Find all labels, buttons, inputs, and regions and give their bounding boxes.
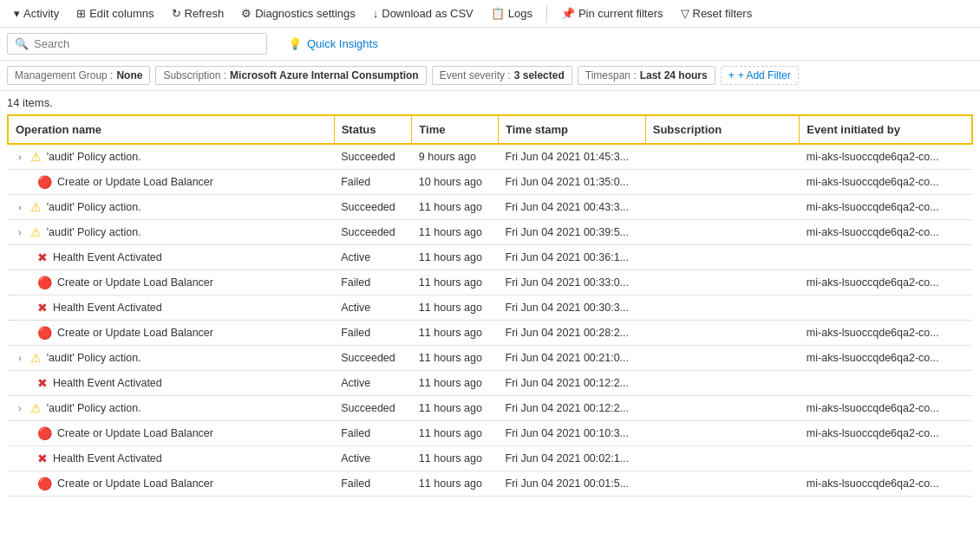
activity-icon: ▾ xyxy=(14,7,20,20)
status-value: Succeeded xyxy=(341,402,395,414)
quick-insights-button[interactable]: 💡 Quick Insights xyxy=(281,34,385,54)
operation-name-cell: ✖ Health Event Activated xyxy=(8,245,334,270)
initiated-by-value: mi-aks-lsuoccqde6qa2-co... xyxy=(807,176,939,188)
time-value: 11 hours ago xyxy=(419,352,482,364)
logs-button[interactable]: 📋 Logs xyxy=(484,3,539,23)
edit-columns-button[interactable]: ⊞ Edit columns xyxy=(69,3,160,23)
timestamp-cell: Fri Jun 04 2021 00:33:0... xyxy=(499,270,646,295)
pin-icon: 📌 xyxy=(561,7,575,20)
search-input[interactable] xyxy=(34,37,259,50)
table-row: 🔴 Create or Update Load Balancer Failed … xyxy=(8,421,972,446)
expand-button[interactable]: › xyxy=(15,353,25,363)
error-x-icon: ✖ xyxy=(37,376,48,390)
subscription-cell xyxy=(645,371,800,396)
management-group-filter[interactable]: Management Group : None xyxy=(7,66,150,85)
col-time[interactable]: Time xyxy=(412,115,499,144)
operation-name: 'audit' Policy action. xyxy=(47,226,141,238)
operation-name: 'audit' Policy action. xyxy=(47,352,141,364)
time-cell: 11 hours ago xyxy=(412,346,499,371)
table-row: 🔴 Create or Update Load Balancer Failed … xyxy=(8,170,972,195)
time-cell: 11 hours ago xyxy=(412,245,499,270)
timestamp-value: Fri Jun 04 2021 00:12:2... xyxy=(506,402,629,414)
edit-columns-label: Edit columns xyxy=(89,7,154,20)
operation-name: Create or Update Load Balancer xyxy=(57,327,213,339)
refresh-icon: ↻ xyxy=(172,7,181,20)
status-cell: Failed xyxy=(334,270,412,295)
time-value: 11 hours ago xyxy=(419,276,482,289)
timestamp-cell: Fri Jun 04 2021 00:21:0... xyxy=(499,346,646,371)
time-cell: 11 hours ago xyxy=(412,396,499,421)
subscription-cell xyxy=(645,321,800,346)
activity-table: Operation name Status Time Time stamp Su… xyxy=(7,114,973,497)
time-cell: 11 hours ago xyxy=(412,321,499,346)
operation-name-cell: 🔴 Create or Update Load Balancer xyxy=(8,170,334,195)
pin-filters-button[interactable]: 📌 Pin current filters xyxy=(554,3,670,23)
expand-button[interactable]: › xyxy=(15,202,25,212)
warning-icon: ⚠ xyxy=(30,225,42,239)
toolbar: ▾ Activity ⊞ Edit columns ↻ Refresh ⚙ Di… xyxy=(0,0,980,28)
add-filter-button[interactable]: + + Add Filter xyxy=(721,66,799,85)
activity-button[interactable]: ▾ Activity xyxy=(7,3,66,23)
operation-name-cell: ✖ Health Event Activated xyxy=(8,446,334,471)
timespan-filter[interactable]: Timespan : Last 24 hours xyxy=(578,66,715,85)
timestamp-value: Fri Jun 04 2021 00:12:2... xyxy=(506,377,629,389)
warning-icon: ⚠ xyxy=(30,150,42,164)
operation-name: 'audit' Policy action. xyxy=(47,151,141,163)
status-cell: Active xyxy=(334,245,412,270)
warning-icon: ⚠ xyxy=(30,351,42,365)
initiated-by-value: mi-aks-lsuoccqde6qa2-co... xyxy=(807,402,939,414)
status-cell: Succeeded xyxy=(334,396,412,421)
table-row: › ⚠ 'audit' Policy action. Succeeded 11 … xyxy=(8,195,972,220)
operation-name: Health Event Activated xyxy=(53,302,162,314)
status-value: Active xyxy=(341,302,370,314)
timestamp-cell: Fri Jun 04 2021 00:30:3... xyxy=(499,295,646,321)
status-cell: Failed xyxy=(334,321,412,346)
subscription-filter[interactable]: Subscription : Microsoft Azure Internal … xyxy=(155,66,426,85)
subscription-label: Subscription : xyxy=(163,69,226,81)
initiated-by-cell xyxy=(800,371,972,396)
expand-button[interactable]: › xyxy=(15,227,25,237)
operation-name: Health Event Activated xyxy=(53,377,162,389)
download-button[interactable]: ↓ Download as CSV xyxy=(366,3,480,23)
table-row: › ⚠ 'audit' Policy action. Succeeded 9 h… xyxy=(8,144,972,170)
error-icon: 🔴 xyxy=(37,477,52,490)
time-cell: 11 hours ago xyxy=(412,195,499,220)
time-value: 11 hours ago xyxy=(419,201,482,213)
col-operation-name[interactable]: Operation name xyxy=(8,115,334,144)
col-subscription[interactable]: Subscription xyxy=(645,115,800,144)
refresh-button[interactable]: ↻ Refresh xyxy=(165,3,232,23)
time-cell: 11 hours ago xyxy=(412,295,499,321)
reset-filters-icon: ▽ xyxy=(681,7,689,20)
management-group-label: Management Group : xyxy=(15,69,113,81)
expand-button[interactable]: › xyxy=(15,403,25,413)
col-initiated-by[interactable]: Event initiated by xyxy=(800,115,972,144)
initiated-by-cell: mi-aks-lsuoccqde6qa2-co... xyxy=(800,471,972,497)
timestamp-cell: Fri Jun 04 2021 00:10:3... xyxy=(499,421,646,446)
search-row: 🔍 💡 Quick Insights xyxy=(0,28,980,61)
time-value: 11 hours ago xyxy=(419,452,482,464)
timestamp-value: Fri Jun 04 2021 00:43:3... xyxy=(506,201,629,213)
logs-icon: 📋 xyxy=(491,7,505,20)
reset-filters-button[interactable]: ▽ Reset filters xyxy=(674,3,760,23)
toolbar-separator xyxy=(546,5,547,23)
time-cell: 11 hours ago xyxy=(412,220,499,245)
diagnostics-button[interactable]: ⚙ Diagnostics settings xyxy=(234,3,363,23)
diagnostics-icon: ⚙ xyxy=(241,7,252,20)
pin-filters-label: Pin current filters xyxy=(578,7,663,20)
time-cell: 11 hours ago xyxy=(412,446,499,471)
operation-name: Health Event Activated xyxy=(53,452,162,464)
initiated-by-value: mi-aks-lsuoccqde6qa2-co... xyxy=(807,226,939,238)
table-row: › ⚠ 'audit' Policy action. Succeeded 11 … xyxy=(8,220,972,245)
col-status[interactable]: Status xyxy=(334,115,412,144)
expand-button[interactable]: › xyxy=(15,152,25,162)
col-timestamp[interactable]: Time stamp xyxy=(499,115,646,144)
event-severity-filter[interactable]: Event severity : 3 selected xyxy=(432,66,572,85)
timestamp-value: Fri Jun 04 2021 01:45:3... xyxy=(506,151,629,163)
warning-icon: ⚠ xyxy=(30,401,42,415)
time-value: 11 hours ago xyxy=(419,226,482,238)
subscription-value: Microsoft Azure Internal Consumption xyxy=(230,69,419,81)
table-row: › ⚠ 'audit' Policy action. Succeeded 11 … xyxy=(8,396,972,421)
subscription-cell xyxy=(645,220,800,245)
diagnostics-label: Diagnostics settings xyxy=(255,7,356,20)
timestamp-value: Fri Jun 04 2021 00:02:1... xyxy=(506,452,629,464)
